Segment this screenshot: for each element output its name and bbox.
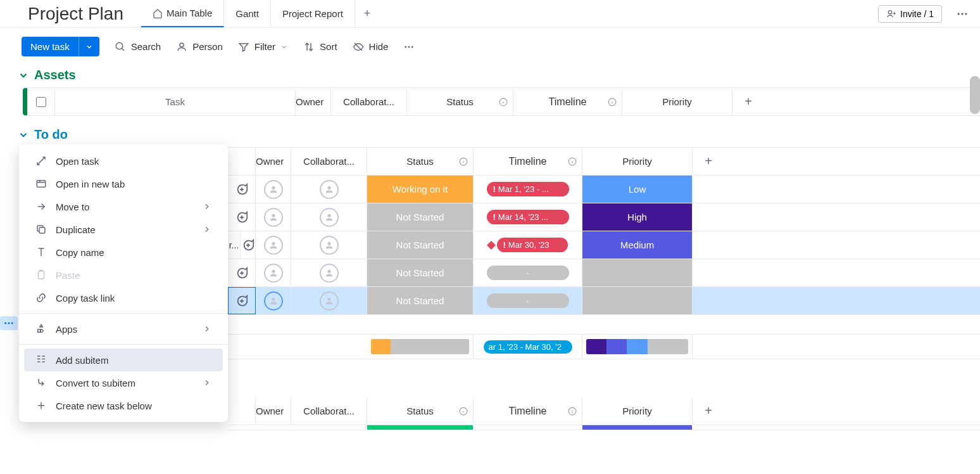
person-filter-button[interactable]: Person [176, 41, 223, 53]
col-status[interactable]: Status [367, 397, 474, 425]
priority-cell[interactable] [582, 287, 693, 314]
owner-cell[interactable] [256, 259, 291, 286]
priority-cell[interactable] [582, 259, 693, 286]
status-cell[interactable]: Not Started [367, 231, 474, 259]
collab-cell[interactable] [291, 176, 367, 203]
menu-move-to[interactable]: Move to [24, 195, 223, 218]
tab-gantt[interactable]: Gantt [224, 0, 271, 27]
table-row[interactable]: Not Started - [228, 259, 980, 287]
svg-point-0 [888, 10, 891, 13]
add-column-button[interactable]: + [693, 148, 724, 175]
col-collaborators[interactable]: Collaborat... [291, 148, 367, 175]
col-owner[interactable]: Owner [296, 88, 331, 115]
timeline-cell[interactable]: !Mar 14, '23 ... [474, 203, 582, 231]
board-title[interactable]: Project Plan [28, 4, 123, 24]
add-view-button[interactable]: + [355, 7, 380, 20]
col-collaborators[interactable]: Collaborat... [291, 397, 367, 425]
select-all-checkbox[interactable] [27, 88, 55, 115]
add-column-button[interactable]: + [693, 397, 724, 425]
col-priority[interactable]: Priority [582, 148, 693, 175]
new-task-dropdown[interactable] [79, 37, 99, 56]
info-icon [459, 157, 468, 166]
owner-cell[interactable] [256, 231, 291, 259]
status-cell[interactable]: Not Started [367, 259, 474, 286]
col-collaborators[interactable]: Collaborat... [331, 88, 407, 115]
col-timeline[interactable]: Timeline [474, 397, 582, 425]
board-more-button[interactable] [951, 8, 974, 20]
menu-copy-name[interactable]: Copy name [24, 241, 223, 264]
menu-apps[interactable]: Apps [24, 317, 223, 340]
filter-button[interactable]: Filter [238, 41, 288, 53]
group-header-todo[interactable]: To do [0, 125, 980, 147]
table-row[interactable]: Working on it !Mar 1, '23 - ... Low [228, 176, 980, 203]
timeline-cell[interactable]: - [474, 287, 582, 314]
menu-label: Apps [56, 324, 77, 335]
row-options-button[interactable] [0, 316, 18, 330]
owner-cell[interactable] [256, 287, 291, 314]
menu-duplicate[interactable]: Duplicate [24, 218, 223, 241]
hide-button[interactable]: Hide [353, 41, 389, 53]
owner-cell[interactable] [256, 176, 291, 203]
col-priority[interactable]: Priority [622, 88, 732, 115]
collab-cell[interactable] [291, 287, 367, 314]
col-owner[interactable]: Owner [256, 148, 291, 175]
invite-button[interactable]: Invite / 1 [878, 5, 942, 23]
table-row[interactable]: r... Not Started !Mar 30, '23 Medium [228, 231, 980, 259]
col-timeline[interactable]: Timeline [474, 148, 582, 175]
arrow-right-icon [35, 201, 47, 212]
status-cell[interactable]: Working on it [367, 176, 474, 203]
menu-open-new-tab[interactable]: Open in new tab [24, 172, 223, 195]
new-task-button[interactable]: New task [22, 37, 79, 56]
status-cell[interactable]: Not Started [367, 287, 474, 314]
add-column-button[interactable]: + [732, 88, 764, 115]
col-timeline[interactable]: Timeline [513, 88, 622, 115]
scrollbar[interactable] [970, 76, 980, 114]
tab-project-report[interactable]: Project Report [271, 0, 355, 27]
menu-convert-subitem[interactable]: Convert to subitem [24, 371, 223, 394]
timeline-cell[interactable]: - [474, 259, 582, 286]
col-status[interactable]: Status [407, 88, 513, 115]
priority-summary[interactable] [582, 335, 693, 359]
table-row[interactable] [228, 425, 980, 430]
menu-copy-link[interactable]: Copy task link [24, 286, 223, 309]
chat-button[interactable] [228, 259, 256, 286]
table-row[interactable]: Not Started !Mar 14, '23 ... High [228, 203, 980, 231]
toolbar-more-button[interactable] [403, 41, 415, 53]
timeline-summary[interactable]: ar 1, '23 - Mar 30, '2 [474, 335, 582, 359]
chat-add-icon [235, 266, 249, 280]
group-header-assets[interactable]: Assets [0, 65, 980, 87]
avatar-empty-icon [320, 236, 339, 255]
collab-cell[interactable] [291, 231, 367, 259]
priority-cell[interactable]: High [582, 203, 693, 231]
col-task[interactable]: Task [55, 88, 296, 115]
status-cell[interactable]: Not Started [367, 203, 474, 231]
timeline-cell[interactable]: !Mar 30, '23 [474, 231, 582, 259]
table-row-selected[interactable]: Not Started - [228, 287, 980, 315]
col-status[interactable]: Status [367, 148, 474, 175]
svg-point-14 [327, 186, 330, 189]
col-priority[interactable]: Priority [582, 397, 693, 425]
timeline-cell[interactable]: !Mar 1, '23 - ... [474, 176, 582, 203]
owner-cell[interactable] [256, 203, 291, 231]
chat-button[interactable] [228, 176, 256, 203]
col-owner[interactable]: Owner [256, 397, 291, 425]
sort-button[interactable]: Sort [303, 41, 337, 53]
svg-point-22 [327, 297, 330, 300]
menu-create-below[interactable]: Create new task below [24, 394, 223, 417]
tab-main-table[interactable]: Main Table [141, 0, 224, 27]
menu-add-subitem[interactable]: Add subitem [24, 349, 223, 371]
status-summary[interactable] [367, 335, 474, 359]
search-button[interactable]: Search [115, 41, 161, 53]
menu-open-task[interactable]: Open task [24, 150, 223, 172]
collab-cell[interactable] [291, 259, 367, 286]
chat-button[interactable] [228, 203, 256, 231]
chat-button[interactable] [228, 287, 256, 314]
info-icon [568, 407, 577, 416]
menu-label: Create new task below [56, 400, 152, 411]
priority-cell[interactable]: Medium [582, 231, 693, 259]
priority-cell[interactable]: Low [582, 176, 693, 203]
menu-label: Paste [56, 270, 80, 281]
collab-cell[interactable] [291, 203, 367, 231]
chat-button[interactable] [241, 231, 256, 259]
menu-label: Copy name [56, 247, 104, 258]
